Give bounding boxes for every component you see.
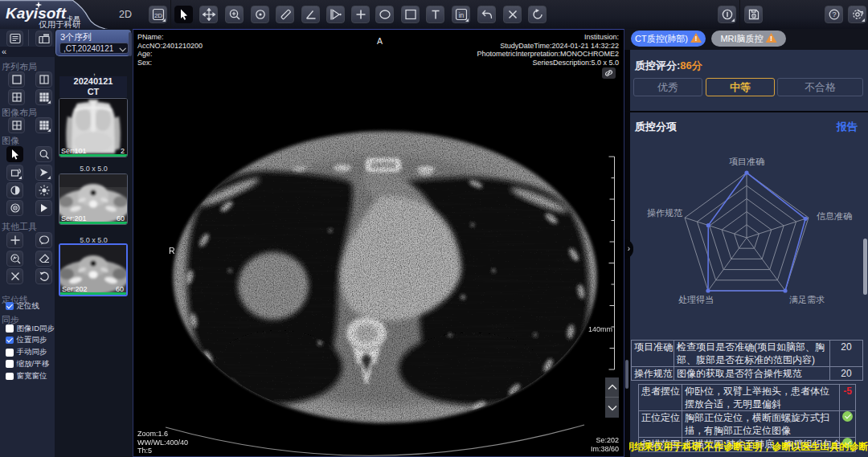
svg-text:in: in [458, 11, 464, 19]
svg-text:仅用于科研: 仅用于科研 [39, 19, 81, 29]
svg-text:满足需求: 满足需求 [789, 295, 825, 304]
svg-text:处理得当: 处理得当 [678, 295, 714, 304]
svg-text:140mm: 140mm [588, 325, 612, 333]
svg-text:?: ? [832, 10, 836, 18]
svg-text:项目准确: 项目准确 [729, 157, 764, 166]
svg-text:操作规范: 操作规范 [647, 208, 682, 218]
svg-text:信息准确: 信息准确 [817, 211, 852, 221]
svg-text:2D: 2D [154, 12, 162, 19]
